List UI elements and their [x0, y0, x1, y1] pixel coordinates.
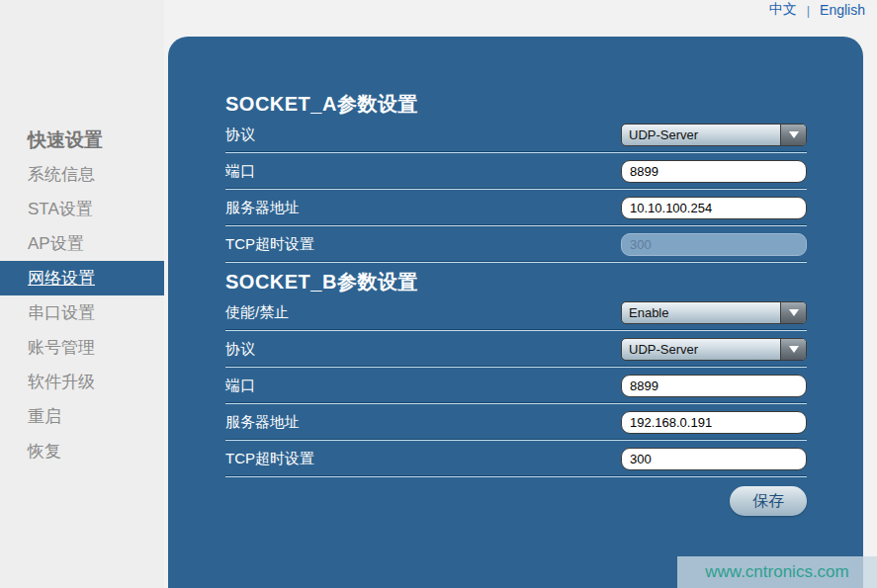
socket-b-port-row: 端口 [225, 368, 807, 404]
socket-a-port-row: 端口 [225, 153, 807, 190]
socket-b-protocol-select[interactable]: UDP-Server [621, 338, 807, 361]
sidebar-item-quick-setup[interactable]: 快速设置 [0, 123, 164, 157]
socket-b-protocol-row: 协议 UDP-Server [225, 331, 807, 368]
language-switcher: 中文 | English [769, 1, 865, 19]
lang-divider: | [807, 3, 810, 18]
watermark: www.cntronics.com [677, 556, 877, 588]
socket-a-section-title: SOCKET_A参数设置 [225, 91, 807, 117]
sidebar-item-firmware-upgrade[interactable]: 软件升级 [0, 365, 164, 399]
sidebar-item-restart[interactable]: 重启 [0, 399, 164, 434]
chevron-down-icon[interactable] [780, 302, 806, 323]
sidebar-item-network-settings[interactable]: 网络设置 [0, 261, 164, 295]
socket-b-enable-value: Enable [622, 302, 780, 323]
sidebar-item-ap-settings[interactable]: AP设置 [0, 226, 164, 261]
socket-b-enable-row: 使能/禁止 Enable [225, 294, 807, 331]
socket-a-tcp-timeout-label: TCP超时设置 [225, 235, 314, 254]
sidebar-item-system-info[interactable]: 系统信息 [0, 157, 164, 192]
sidebar-item-restore[interactable]: 恢复 [0, 434, 164, 468]
socket-b-server-address-input[interactable] [621, 411, 807, 434]
socket-b-protocol-label: 协议 [225, 340, 255, 359]
sidebar-menu: 快速设置 系统信息 STA设置 AP设置 网络设置 串口设置 账号管理 软件升级… [0, 123, 164, 468]
socket-a-port-label: 端口 [225, 162, 255, 181]
lang-english-link[interactable]: English [820, 2, 865, 18]
socket-b-port-input[interactable] [621, 375, 807, 397]
socket-b-enable-select[interactable]: Enable [621, 301, 807, 324]
socket-b-tcp-timeout-row: TCP超时设置 [225, 441, 807, 477]
chevron-down-icon[interactable] [780, 339, 806, 360]
socket-b-tcp-timeout-label: TCP超时设置 [225, 450, 314, 468]
socket-a-port-input[interactable] [621, 160, 807, 183]
socket-a-protocol-value: UDP-Server [622, 125, 780, 145]
socket-a-server-address-input[interactable] [621, 197, 807, 219]
socket-a-protocol-select[interactable]: UDP-Server [621, 124, 807, 146]
socket-b-section-title: SOCKET_B参数设置 [225, 269, 807, 294]
save-row: 保存 [225, 486, 807, 516]
settings-panel: SOCKET_A参数设置 协议 UDP-Server 端口 服务器地址 TCP超… [168, 37, 863, 588]
sidebar: 快速设置 系统信息 STA设置 AP设置 网络设置 串口设置 账号管理 软件升级… [0, 0, 164, 588]
socket-b-tcp-timeout-input[interactable] [621, 448, 807, 470]
socket-a-server-address-label: 服务器地址 [225, 199, 300, 217]
socket-a-protocol-label: 协议 [225, 126, 255, 144]
lang-chinese-link[interactable]: 中文 [769, 1, 797, 19]
socket-b-enable-label: 使能/禁止 [225, 303, 289, 322]
socket-b-server-address-label: 服务器地址 [225, 413, 300, 432]
chevron-down-icon[interactable] [780, 125, 806, 145]
socket-a-tcp-timeout-input [621, 233, 807, 256]
sidebar-item-sta-settings[interactable]: STA设置 [0, 192, 164, 226]
socket-b-port-label: 端口 [225, 377, 255, 395]
save-button[interactable]: 保存 [730, 486, 807, 516]
socket-b-server-address-row: 服务器地址 [225, 404, 807, 441]
socket-a-protocol-row: 协议 UDP-Server [225, 117, 807, 153]
socket-a-server-address-row: 服务器地址 [225, 190, 807, 226]
sidebar-item-account-mgmt[interactable]: 账号管理 [0, 330, 164, 365]
socket-b-protocol-value: UDP-Server [622, 339, 780, 360]
socket-a-tcp-timeout-row: TCP超时设置 [225, 226, 807, 263]
sidebar-item-serial-settings[interactable]: 串口设置 [0, 295, 164, 330]
